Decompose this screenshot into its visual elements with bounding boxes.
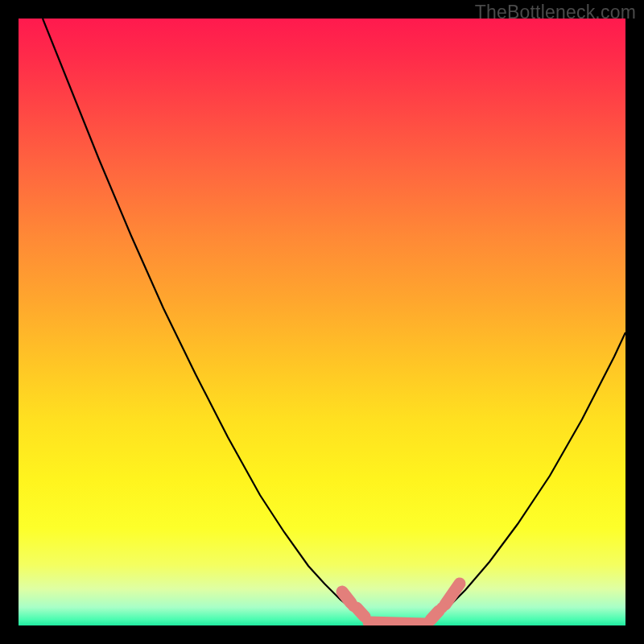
outer-frame: TheBottleneck.com [0, 0, 644, 644]
right-upper-bead [445, 584, 460, 605]
dot-right [436, 602, 448, 613]
curve-svg [19, 19, 625, 625]
left-upper-bead [342, 592, 351, 603]
plot-area [19, 19, 625, 625]
right-lower-bead [431, 611, 439, 620]
floor-bead [369, 622, 425, 624]
left-curve [43, 19, 371, 622]
bead-markers [342, 584, 460, 624]
dot-left [348, 601, 359, 612]
